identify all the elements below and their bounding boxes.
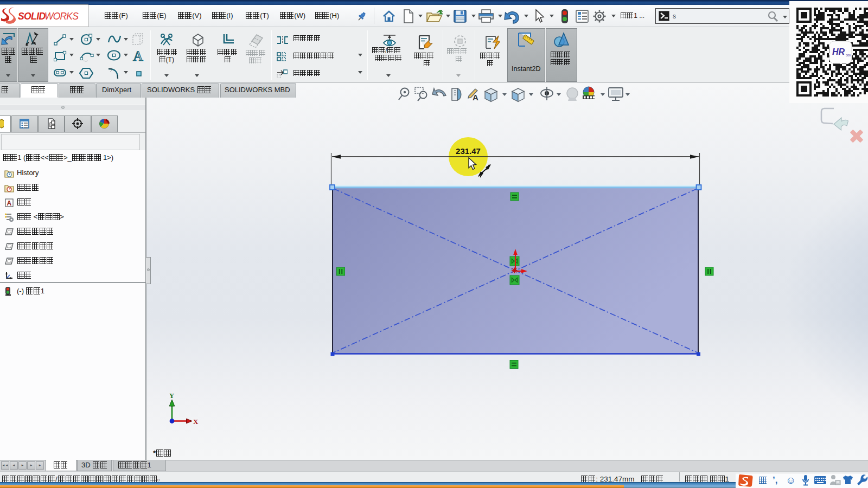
svg-text:WORKS: WORKS bbox=[44, 11, 79, 22]
svg-text:A: A bbox=[133, 48, 143, 62]
svg-text:X: X bbox=[193, 418, 199, 426]
svg-text:Y: Y bbox=[169, 392, 174, 400]
svg-text:231.47: 231.47 bbox=[456, 146, 481, 156]
svg-text:A: A bbox=[473, 93, 478, 102]
svg-text:306: 306 bbox=[846, 54, 851, 57]
svg-text:A: A bbox=[7, 200, 12, 207]
svg-text:SOLID: SOLID bbox=[18, 11, 46, 22]
svg-text:HR: HR bbox=[832, 47, 845, 56]
